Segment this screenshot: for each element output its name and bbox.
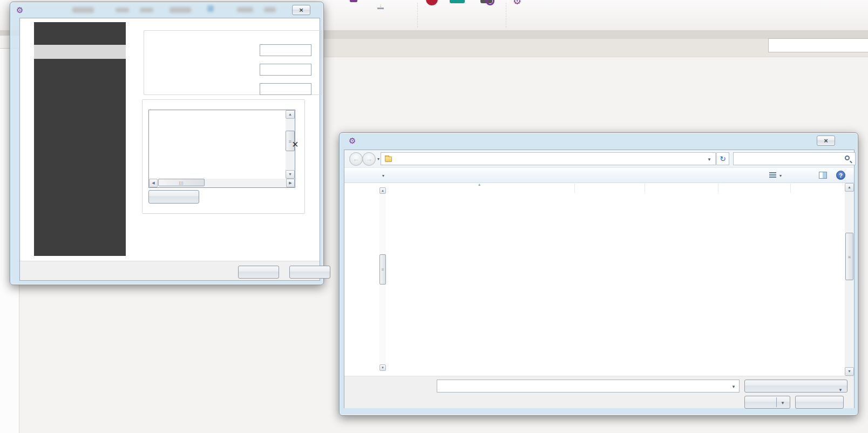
ribbon-separator	[417, 3, 418, 28]
open-split-button[interactable]: ▼	[744, 396, 790, 409]
open-dialog: ⚙ × ← → ▾ ▼ ↻ ▾ ▾ ?	[339, 132, 858, 416]
folder-icon	[385, 157, 392, 162]
navpane-scroll-thumb[interactable]: ≡	[379, 254, 386, 285]
navpane-scrollbar[interactable]: ▲ ≡ ▼	[379, 187, 386, 371]
background-search-input[interactable]	[768, 38, 868, 52]
file-type-filter[interactable]: ▼	[744, 380, 847, 393]
sidebar-items	[34, 22, 126, 29]
ribbon-separator	[506, 3, 506, 28]
command-bar: ▾ ▾ ?	[344, 167, 854, 183]
cancel-button[interactable]	[289, 266, 330, 279]
sidebar-extensions-heading	[34, 31, 126, 45]
sidebar-item-bug-tracking[interactable]	[34, 45, 126, 59]
nav-history-chevron-icon[interactable]: ▾	[377, 157, 379, 161]
file-name-combo[interactable]: ▼	[437, 380, 740, 393]
preview-pane-icon[interactable]	[819, 172, 827, 179]
project-settings-close-button[interactable]: ×	[292, 5, 310, 15]
organize-chevron-icon[interactable]: ▾	[382, 173, 384, 178]
views-icon[interactable]	[769, 172, 776, 173]
references-hscrollbar[interactable]: ◀ ||| ▶	[149, 179, 295, 187]
open-icon	[350, 0, 357, 2]
scroll-up-icon[interactable]: ▲	[379, 187, 386, 194]
breadcrumb-dropdown-icon[interactable]: ▼	[707, 157, 711, 162]
check-out-icon: ↓	[377, 3, 384, 9]
scroll-up-icon[interactable]: ▲	[286, 110, 295, 119]
breadcrumb[interactable]: ▼	[381, 152, 716, 165]
scroll-down-icon[interactable]: ▼	[379, 364, 386, 371]
open-cancel-button[interactable]	[795, 396, 844, 409]
file-name-dropdown-icon[interactable]: ▼	[731, 384, 736, 389]
search-input[interactable]	[737, 154, 839, 164]
quality-center-icon	[450, 0, 465, 3]
open-dialog-footer: ▼ ▼ ▼	[344, 376, 854, 408]
remove-reference-icon[interactable]: ×	[292, 138, 299, 151]
filelist-scrollbar[interactable]: ▲ ≡ ▼	[845, 183, 854, 376]
namespace-field[interactable]	[260, 83, 311, 95]
settings-icon: ⚙	[513, 0, 521, 7]
project-settings-dialog: ⚙ × ▲ ≡ ▼ ◀ ||| ▶	[10, 2, 324, 285]
scroll-up-icon[interactable]: ▲	[845, 183, 854, 192]
navigation-pane	[344, 183, 380, 376]
project-settings-gear-icon: ⚙	[16, 6, 23, 14]
open-dialog-body: ← → ▾ ▼ ↻ ▾ ▾ ? ▴	[344, 150, 855, 408]
open-dialog-gear-icon: ⚙	[349, 137, 356, 145]
file-list	[386, 183, 845, 376]
filelist-scroll-thumb[interactable]: ≡	[845, 233, 853, 280]
project-settings-sidebar	[34, 22, 126, 256]
file-browser: ▴ ▲ ≡ ▼ ▲ ≡ ▼	[344, 183, 854, 376]
scroll-right-icon[interactable]: ▶	[286, 179, 295, 187]
hscroll-thumb[interactable]: |||	[158, 179, 205, 186]
add-reference-button[interactable]	[148, 190, 199, 204]
output-folder-field[interactable]	[260, 64, 311, 76]
project-settings-body: ▲ ≡ ▼ ◀ ||| ▶ ×	[19, 18, 320, 281]
forward-button[interactable]: →	[362, 152, 376, 166]
back-button[interactable]: ←	[349, 152, 363, 166]
search-box[interactable]	[733, 152, 856, 165]
scroll-left-icon[interactable]: ◀	[149, 179, 158, 187]
assembly-name-field[interactable]	[260, 44, 311, 56]
views-chevron-icon[interactable]: ▾	[779, 173, 782, 178]
bug-tracking-icon	[480, 0, 492, 3]
references-listbox[interactable]: ▲ ≡ ▼ ◀ ||| ▶	[148, 110, 295, 188]
scroll-down-icon[interactable]: ▼	[845, 367, 854, 376]
team-pulse-icon	[426, 0, 438, 5]
scroll-down-icon[interactable]: ▼	[286, 170, 295, 179]
refresh-icon[interactable]: ↻	[716, 152, 729, 165]
search-icon[interactable]	[845, 155, 850, 160]
filter-dropdown-icon[interactable]: ▼	[838, 384, 843, 396]
ok-button[interactable]	[238, 266, 279, 279]
file-name-input[interactable]	[439, 381, 725, 391]
help-icon[interactable]: ?	[836, 171, 845, 180]
open-dropdown-icon[interactable]: ▼	[781, 401, 785, 405]
open-dialog-close-button[interactable]: ×	[817, 136, 835, 146]
